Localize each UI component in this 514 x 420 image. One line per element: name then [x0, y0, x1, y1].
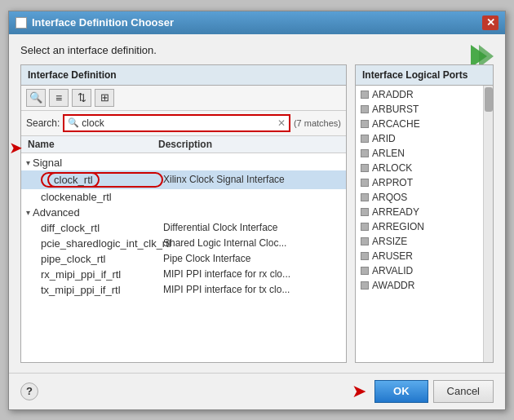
item-diff-clock-rtl: diff_clock_rtl [41, 222, 163, 234]
list-item[interactable]: rx_mipi_ppi_if_rtl MIPI PPI interface fo… [21, 267, 346, 282]
close-button[interactable]: ✕ [482, 15, 498, 30]
port-arcache: ARCACHE [372, 118, 420, 130]
expand-icon: ≡ [55, 91, 62, 104]
port-icon [361, 223, 369, 231]
port-item[interactable]: ARSIZE [356, 234, 483, 249]
port-item[interactable]: ARREADY [356, 205, 483, 219]
list-item[interactable]: tx_mipi_ppi_if_rtl MIPI PPI interface fo… [21, 282, 346, 298]
item-pipe-clock-rtl: pipe_clock_rtl [41, 253, 163, 265]
port-arqos: ARQOS [372, 192, 407, 203]
layout-icon: ⊞ [100, 91, 109, 104]
port-arregion: ARREGION [372, 221, 424, 232]
instruction-text: Select an interface definition. [20, 44, 494, 56]
port-icon [361, 135, 369, 143]
title-bar-left: Interface Definition Chooser [16, 16, 174, 29]
dialog: Interface Definition Chooser ✕ Select an… [8, 11, 506, 410]
group-signal[interactable]: ▾ Signal [21, 155, 346, 170]
port-icon [361, 105, 369, 113]
item-clock-rtl-desc: Xilinx Clock Signal Interface [163, 174, 285, 185]
left-panel-header: Interface Definition [21, 65, 346, 86]
item-pcie-shared-desc: Shared Logic Internal Cloc... [163, 237, 286, 249]
close-icon: ✕ [486, 16, 495, 29]
col-name-header: Name [28, 139, 158, 150]
list-item[interactable]: clockenable_rtl [21, 189, 346, 205]
port-awaddr: AWADDR [372, 280, 414, 291]
port-aruser: ARUSER [372, 250, 413, 262]
item-diff-clock-rtl-desc: Differential Clock Interface [163, 222, 278, 233]
port-item[interactable]: ARQOS [356, 190, 483, 205]
dialog-body: Select an interface definition. ➤ Interf… [9, 34, 505, 373]
port-arlen: ARLEN [372, 148, 405, 159]
footer-left: ? [20, 382, 38, 400]
port-icon [361, 281, 369, 290]
port-item[interactable]: ARBURST [356, 102, 483, 117]
port-araddr: ARADDR [372, 89, 414, 100]
match-count: (7 matches) [294, 118, 341, 128]
left-panel: Interface Definition 🔍 ≡ ⇅ ⊞ [20, 64, 347, 363]
list-item[interactable]: diff_clock_rtl Differential Clock Interf… [21, 220, 346, 236]
list-item[interactable]: pipe_clock_rtl Pipe Clock Interface [21, 251, 346, 267]
port-item[interactable]: ARID [356, 131, 483, 146]
search-clear-button[interactable]: ✕ [277, 117, 286, 129]
port-item[interactable]: ARPROT [356, 175, 483, 190]
right-panel: Interface Logical Ports ARADDR ARBURST [355, 64, 494, 363]
port-icon [361, 179, 369, 187]
port-item[interactable]: ARLEN [356, 146, 483, 161]
signal-group-label: Signal [33, 157, 62, 169]
port-icon [361, 267, 369, 275]
port-arvalid: ARVALID [372, 265, 413, 276]
port-item[interactable]: ARADDR [356, 87, 483, 102]
port-icon [361, 237, 369, 245]
advanced-group-label: Advanced [33, 206, 80, 219]
tree-content: ▾ Signal clock_rtl Xilinx Clock Signal I… [21, 153, 346, 362]
dialog-title: Interface Definition Chooser [32, 16, 174, 29]
collapse-all-button[interactable]: ⇅ [72, 89, 91, 107]
item-pipe-clock-rtl-desc: Pipe Clock Interface [163, 253, 250, 264]
ok-arrow-indicator: ➤ [352, 381, 366, 402]
port-icon [361, 252, 369, 260]
port-item[interactable]: ARLOCK [356, 161, 483, 175]
port-icon [361, 91, 369, 99]
port-icon [361, 193, 369, 201]
port-arsize: ARSIZE [372, 236, 407, 247]
list-item[interactable]: clock_rtl Xilinx Clock Signal Interface [21, 170, 346, 189]
expand-all-button[interactable]: ≡ [49, 89, 69, 107]
ok-button[interactable]: OK [374, 380, 428, 403]
port-item[interactable]: ARVALID [356, 263, 483, 278]
ports-scrollbar[interactable] [483, 86, 493, 362]
signal-chevron: ▾ [26, 158, 30, 167]
search-input[interactable] [82, 117, 275, 129]
search-toggle-button[interactable]: 🔍 [26, 89, 46, 107]
item-rx-mipi: rx_mipi_ppi_if_rtl [41, 268, 163, 281]
advanced-chevron: ▾ [26, 208, 30, 217]
toolbar: 🔍 ≡ ⇅ ⊞ [21, 86, 346, 111]
footer-right: ➤ OK Cancel [352, 380, 494, 403]
port-item[interactable]: ARCACHE [356, 117, 483, 131]
search-row: Search: 🔍 ✕ (7 matches) [21, 111, 346, 136]
right-panel-header: Interface Logical Ports [356, 65, 493, 86]
port-arid: ARID [372, 133, 396, 144]
port-icon [361, 149, 369, 157]
search-icon: 🔍 [29, 91, 42, 104]
search-label: Search: [26, 117, 60, 129]
port-arburst: ARBURST [372, 104, 419, 115]
cancel-button[interactable]: Cancel [433, 380, 494, 403]
title-bar: Interface Definition Chooser ✕ [9, 11, 505, 34]
help-icon: ? [26, 385, 33, 397]
dialog-footer: ? ➤ OK Cancel [9, 373, 505, 409]
port-icon [361, 120, 369, 128]
layout-button[interactable]: ⊞ [95, 89, 114, 107]
port-arready: ARREADY [372, 206, 419, 218]
port-item[interactable]: AWADDR [356, 278, 483, 293]
dialog-icon [16, 17, 27, 29]
port-item[interactable]: ARREGION [356, 219, 483, 234]
group-advanced[interactable]: ▾ Advanced [21, 205, 346, 220]
panels-wrapper: ➤ Interface Definition 🔍 ≡ ⇅ ⊞ [20, 64, 494, 363]
port-icon [361, 164, 369, 172]
help-button[interactable]: ? [20, 382, 38, 400]
item-tx-mipi: tx_mipi_ppi_if_rtl [41, 284, 163, 296]
ports-list: ARADDR ARBURST ARCACHE ARID [356, 86, 483, 362]
port-item[interactable]: ARUSER [356, 249, 483, 263]
port-arlock: ARLOCK [372, 162, 412, 174]
list-item[interactable]: pcie_sharedlogic_int_clk_rtl Shared Logi… [21, 236, 346, 251]
